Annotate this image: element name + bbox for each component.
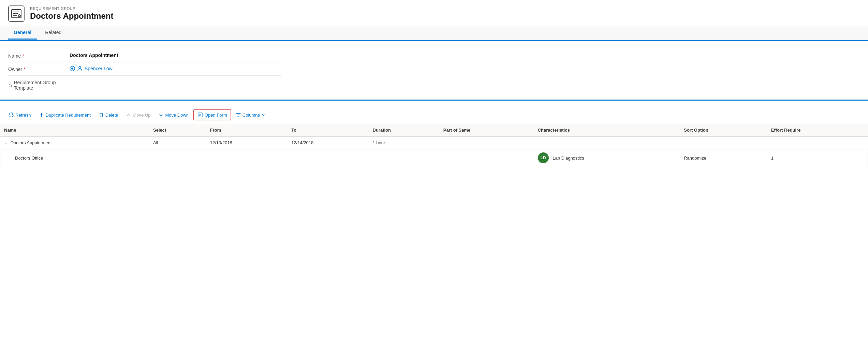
row-name: Doctors Office	[0, 149, 149, 167]
svg-rect-10	[9, 85, 12, 87]
template-value: ---	[70, 79, 281, 85]
trash-icon	[99, 113, 104, 117]
lock-icon	[8, 83, 12, 88]
filter-icon	[236, 113, 241, 117]
owner-field-row: Owner * Spencer Low	[8, 62, 281, 76]
table-row[interactable]: ⌄ Doctors Appointment All 12/10/2018 12/…	[0, 136, 868, 149]
col-header-part-of-same: Part of Same	[439, 124, 534, 136]
grid-section: Refresh Duplicate Requirement Delete Mov…	[0, 106, 868, 167]
col-header-duration: Duration	[369, 124, 439, 136]
refresh-icon	[9, 113, 14, 117]
template-label: Requirement Group Template	[8, 79, 70, 91]
owner-value[interactable]: Spencer Low	[70, 66, 281, 71]
required-star-owner: *	[24, 66, 25, 72]
person-icon	[77, 66, 83, 71]
characteristics-name: Lab Diagnostics	[553, 155, 584, 161]
tab-general[interactable]: General	[8, 26, 37, 40]
move-up-button[interactable]: Move Up	[123, 110, 154, 120]
row-to	[287, 149, 368, 167]
owner-label: Owner *	[8, 66, 70, 72]
col-header-name: Name	[0, 124, 149, 136]
radio-icon	[70, 66, 75, 71]
row-to: 12/14/2018	[287, 136, 368, 149]
refresh-button[interactable]: Refresh	[5, 110, 34, 120]
row-characteristics: LD Lab Diagnostics	[534, 149, 680, 167]
form-section: Name * Doctors Appointment Owner * Spenc…	[0, 40, 868, 101]
row-select	[149, 149, 206, 167]
table-row[interactable]: Doctors Office LD Lab Diagnostics Random…	[0, 149, 868, 167]
row-duration: 1 hour	[369, 136, 439, 149]
grid-table: Name Select From To Duration Part of Sam…	[0, 124, 868, 167]
row-effort: 1	[767, 149, 868, 167]
row-effort	[767, 136, 868, 149]
row-from	[206, 149, 287, 167]
page-title: Doctors Appointment	[30, 11, 113, 21]
expand-icon: ⌄	[4, 141, 7, 145]
row-part-of-same	[439, 149, 534, 167]
header-text: REQUIREMENT GROUP Doctors Appointment	[30, 6, 113, 21]
required-star: *	[22, 53, 24, 59]
col-header-effort-required: Effort Require	[767, 124, 868, 136]
delete-button[interactable]: Delete	[95, 110, 122, 120]
page-header: REQUIREMENT GROUP Doctors Appointment	[0, 0, 868, 26]
characteristics-badge: LD	[538, 152, 549, 163]
chevron-down-icon	[262, 113, 265, 117]
plus-icon	[39, 113, 44, 117]
name-value: Doctors Appointment	[70, 53, 281, 58]
header-subtitle: REQUIREMENT GROUP	[30, 6, 113, 11]
record-icon	[8, 5, 25, 22]
grid-toolbar: Refresh Duplicate Requirement Delete Mov…	[0, 106, 868, 124]
row-select: All	[149, 136, 206, 149]
move-down-button[interactable]: Move Down	[155, 110, 192, 120]
col-header-to: To	[287, 124, 368, 136]
row-part-of-same	[439, 136, 534, 149]
down-arrow-icon	[159, 113, 163, 117]
col-header-from: From	[206, 124, 287, 136]
row-from: 12/10/2018	[206, 136, 287, 149]
tabs-bar: General Related	[0, 26, 868, 40]
col-header-sort-option: Sort Option	[680, 124, 767, 136]
name-field-row: Name * Doctors Appointment	[8, 49, 281, 62]
columns-button[interactable]: Columns	[233, 110, 268, 120]
svg-point-9	[79, 66, 81, 69]
tab-related[interactable]: Related	[40, 26, 67, 40]
up-arrow-icon	[126, 113, 131, 117]
row-duration	[369, 149, 439, 167]
col-header-characteristics: Characteristics	[534, 124, 680, 136]
name-label: Name *	[8, 53, 70, 59]
row-sort-option	[680, 136, 767, 149]
svg-rect-15	[198, 113, 202, 117]
duplicate-button[interactable]: Duplicate Requirement	[36, 110, 94, 120]
form-icon	[197, 112, 203, 118]
row-sort-option: Randomize	[680, 149, 767, 167]
col-header-select: Select	[149, 124, 206, 136]
open-form-button[interactable]: Open Form	[193, 109, 231, 120]
row-name: ⌄ Doctors Appointment	[0, 136, 149, 149]
template-field-row: Requirement Group Template ---	[8, 76, 281, 94]
svg-point-8	[71, 68, 73, 70]
row-characteristics	[534, 136, 680, 149]
